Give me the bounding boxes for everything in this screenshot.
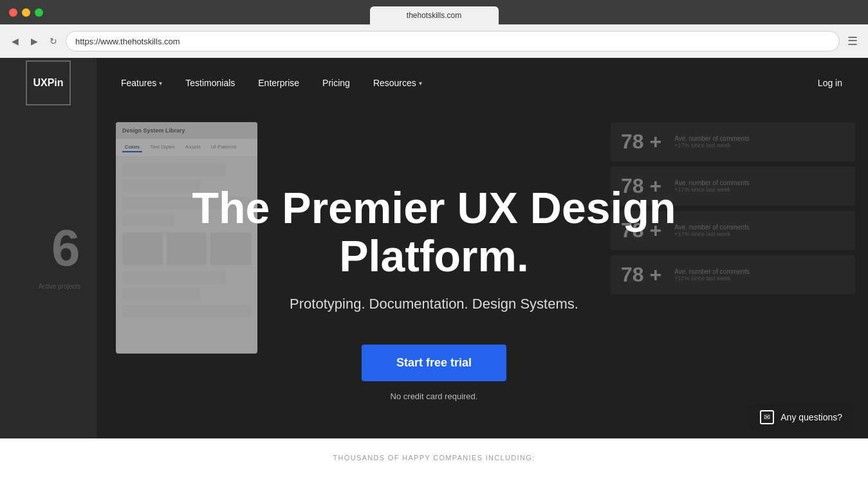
hero-title: The Premier UX Design Platform.: [151, 184, 717, 280]
login-button[interactable]: Log in: [818, 78, 842, 88]
back-button[interactable]: ◀: [8, 34, 22, 48]
tab-bar: thehotskills.com: [0, 0, 868, 24]
site-nav: UXPin Features ▾ Testimonials Enterprise…: [0, 58, 868, 108]
active-tab[interactable]: thehotskills.com: [370, 6, 499, 24]
forward-button[interactable]: ▶: [27, 34, 41, 48]
logo[interactable]: UXPin: [26, 60, 71, 105]
nav-resources-label: Resources: [373, 78, 416, 88]
bottom-section: Thousands of happy companies including:: [0, 438, 868, 477]
nav-pricing-label: Pricing: [322, 78, 350, 88]
nav-resources[interactable]: Resources ▾: [362, 58, 434, 108]
chat-widget-label: Any questions?: [780, 412, 842, 422]
address-bar-row: ◀ ▶ ↻ https://www.thehotskills.com ☰: [0, 24, 868, 58]
chat-icon: ✉: [760, 410, 774, 424]
nav-links: Features ▾ Testimonials Enterprise Prici…: [109, 58, 818, 108]
chevron-down-icon: ▾: [159, 80, 162, 87]
url-text: https://www.thehotskills.com: [75, 37, 180, 46]
address-field[interactable]: https://www.thehotskills.com: [66, 31, 840, 51]
nav-enterprise[interactable]: Enterprise: [246, 58, 311, 108]
website-content: 6 Active projects Design System Library …: [0, 58, 868, 477]
nav-enterprise-label: Enterprise: [258, 78, 299, 88]
nav-features[interactable]: Features ▾: [109, 58, 174, 108]
email-icon: ✉: [764, 413, 770, 422]
chat-widget[interactable]: ✉ Any questions?: [747, 402, 855, 432]
nav-testimonials-label: Testimonials: [185, 78, 235, 88]
bottom-companies-text: Thousands of happy companies including:: [333, 454, 535, 462]
chevron-down-icon-2: ▾: [419, 80, 422, 87]
reload-button[interactable]: ↻: [46, 34, 60, 48]
nav-testimonials[interactable]: Testimonials: [174, 58, 246, 108]
nav-pricing[interactable]: Pricing: [311, 58, 362, 108]
hero-section: The Premier UX Design Platform. Prototyp…: [0, 108, 868, 477]
title-bar: thehotskills.com: [0, 0, 868, 24]
no-credit-card-text: No credit card required.: [391, 392, 478, 401]
nav-features-label: Features: [121, 78, 156, 88]
browser-chrome: thehotskills.com ◀ ▶ ↻ https://www.theho…: [0, 0, 868, 58]
start-trial-button[interactable]: Start free trial: [362, 345, 506, 381]
hero-subtitle: Prototyping. Documentation. Design Syste…: [290, 296, 578, 312]
browser-menu-button[interactable]: ☰: [845, 32, 860, 51]
